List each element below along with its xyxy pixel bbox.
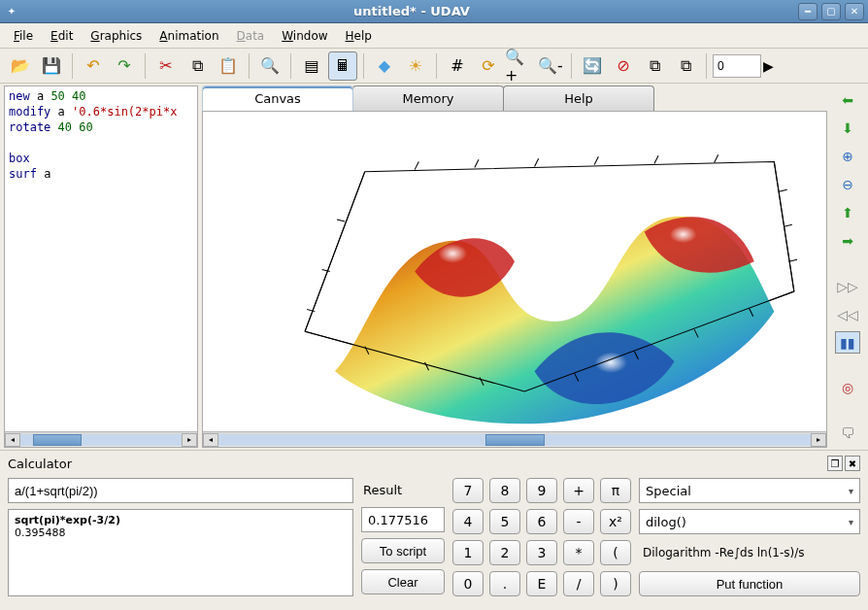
window-title: untitled* - UDAV [25,4,798,18]
result-label: Result [361,478,445,501]
diamond-icon[interactable]: ◆ [370,51,399,81]
svg-line-9 [785,224,792,226]
titlebar: ✦ untitled* - UDAV ━ ▢ ✕ [0,0,868,23]
zoom-out-icon[interactable]: ⊖ [835,174,860,196]
export-icon[interactable]: ⧉ [671,51,700,81]
undo-icon[interactable]: ↶ [79,51,108,81]
key-plus[interactable]: + [563,478,594,503]
save-icon[interactable]: 💾 [37,51,66,81]
code-editor[interactable]: new a 50 40 modify a '0.6*sin(2*pi*x rot… [4,85,198,448]
find-icon[interactable]: 🔍 [255,51,284,81]
svg-line-3 [475,159,479,167]
close-button[interactable]: ✕ [845,3,864,20]
special-category-combo[interactable]: Special▾ [639,478,860,503]
menu-edit[interactable]: Edit [43,26,81,46]
calculator-title: Calculator [8,457,825,471]
history-box[interactable]: sqrt(pi)*exp(-3/2) 0.395488 [8,509,353,596]
expression-input[interactable] [8,478,353,503]
function-combo[interactable]: dilog()▾ [639,509,860,534]
key-lparen[interactable]: ( [600,540,631,565]
redo-icon[interactable]: ↷ [110,51,139,81]
keypad: 7 8 9 + π 4 5 6 - x² 1 2 3 * ( 0 . E / ) [452,478,631,596]
svg-line-12 [322,269,330,271]
menu-help[interactable]: Help [338,26,380,46]
side-toolbar: ⬅ ⬇ ⊕ ⊖ ⬆ ➡ ▷▷ ◁◁ ▮▮ ◎ 🗨 [831,85,864,448]
zoom-in-icon[interactable]: ⊕ [835,146,860,168]
svg-point-14 [435,242,495,282]
paste-icon[interactable]: 📋 [214,51,243,81]
arrow-up-green-icon[interactable]: ⬆ [835,202,860,224]
svg-line-2 [415,161,418,169]
copy-icon[interactable]: ⧉ [183,51,212,81]
to-script-button[interactable]: To script [361,538,445,563]
svg-line-5 [594,156,598,164]
close-panel-icon[interactable]: ✖ [845,456,860,471]
key-0[interactable]: 0 [452,571,484,596]
target-icon[interactable]: ◎ [835,377,860,399]
frame-spin[interactable] [713,54,761,78]
key-8[interactable]: 8 [489,478,520,503]
maximize-button[interactable]: ▢ [821,3,841,20]
refresh-icon[interactable]: ⟳ [474,51,503,81]
rewind-icon[interactable]: ◁◁ [835,303,860,325]
detach-panel-icon[interactable]: ❐ [827,456,843,471]
tab-help[interactable]: Help [503,85,654,111]
copy-image-icon[interactable]: ⧉ [640,51,669,81]
script-icon[interactable]: ▤ [297,51,326,81]
film-icon[interactable]: ▮▮ [835,331,860,354]
cut-icon[interactable]: ✂ [151,51,181,81]
key-multiply[interactable]: * [563,540,594,565]
svg-line-1 [305,172,365,332]
key-6[interactable]: 6 [526,509,557,534]
editor-hscroll[interactable]: ◂ ▸ [5,431,197,447]
zoom-out-icon[interactable]: 🔍- [536,51,565,81]
svg-line-13 [307,310,315,312]
put-function-button[interactable]: Put function [639,571,860,596]
key-5[interactable]: 5 [489,509,520,534]
key-pi[interactable]: π [600,478,631,503]
next-frame-icon[interactable]: ▶ [763,58,783,74]
key-2[interactable]: 2 [489,540,520,565]
menu-window[interactable]: Window [274,26,335,46]
menu-animation[interactable]: Animation [151,26,226,46]
key-divide[interactable]: / [563,571,594,596]
key-9[interactable]: 9 [526,478,557,503]
sun-icon[interactable]: ☀ [401,51,430,81]
menu-file[interactable]: File [6,26,41,46]
key-4[interactable]: 4 [452,509,484,534]
tabs: Canvas Memory Help [202,85,827,111]
key-minus[interactable]: - [563,509,594,534]
key-e[interactable]: E [526,571,557,596]
svg-point-16 [590,350,658,393]
tab-memory[interactable]: Memory [352,85,504,111]
calculator-icon[interactable]: 🖩 [328,51,357,81]
play-icon[interactable]: ▷▷ [835,275,860,297]
open-icon[interactable]: 📂 [6,51,35,81]
tab-canvas[interactable]: Canvas [202,85,353,111]
key-dot[interactable]: . [489,571,520,596]
history-value: 0.395488 [15,526,347,539]
svg-line-10 [789,259,797,261]
key-7[interactable]: 7 [452,478,484,503]
menubar: File Edit Graphics Animation Data Window… [0,23,868,49]
clear-button[interactable]: Clear [361,569,445,594]
key-1[interactable]: 1 [452,540,484,565]
zoom-in-icon[interactable]: 🔍+ [505,51,534,81]
chat-icon[interactable]: 🗨 [835,422,860,444]
key-3[interactable]: 3 [526,540,557,565]
arrow-left-green-icon[interactable]: ⬅ [835,89,860,112]
grid-icon[interactable]: # [443,51,472,81]
key-rparen[interactable]: ) [600,571,631,596]
app-icon: ✦ [4,4,19,19]
svg-point-15 [666,223,722,259]
surface-plot[interactable] [203,112,826,431]
arrow-right-green-icon[interactable]: ➡ [835,230,860,253]
stop-icon[interactable]: ⊘ [609,51,638,81]
canvas-hscroll[interactable]: ◂ ▸ [203,431,826,447]
reload-icon[interactable]: 🔄 [578,51,607,81]
arrow-down-green-icon[interactable]: ⬇ [835,118,860,140]
history-expr: sqrt(pi)*exp(-3/2) [15,514,347,526]
key-square[interactable]: x² [600,509,631,534]
menu-graphics[interactable]: Graphics [83,26,150,46]
minimize-button[interactable]: ━ [798,3,818,20]
